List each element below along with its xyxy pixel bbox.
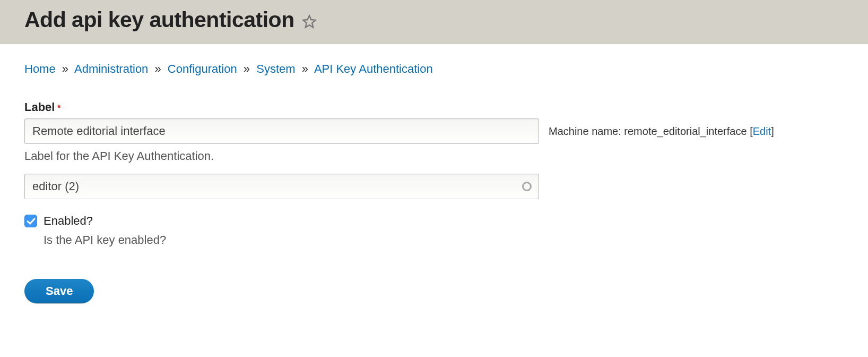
enabled-label: Enabled? (44, 214, 93, 228)
page-title: Add api key authentication (24, 7, 294, 32)
user-field-wrap (24, 174, 539, 199)
svg-marker-0 (303, 15, 315, 27)
user-autocomplete-input[interactable] (24, 174, 539, 199)
breadcrumb-administration[interactable]: Administration (74, 62, 148, 75)
breadcrumb: Home » Administration » Configuration » … (24, 62, 844, 76)
breadcrumb-api-key-authentication[interactable]: API Key Authentication (314, 62, 433, 75)
breadcrumb-separator: » (302, 62, 308, 75)
label-field-label: Label (24, 100, 55, 114)
breadcrumb-separator: » (62, 62, 68, 75)
enabled-description: Is the API key enabled? (44, 233, 844, 247)
page-title-row: Add api key authentication (24, 7, 844, 32)
label-field-description: Label for the API Key Authentication. (24, 149, 844, 163)
breadcrumb-configuration[interactable]: Configuration (168, 62, 237, 75)
breadcrumb-separator: » (244, 62, 250, 75)
breadcrumb-home[interactable]: Home (24, 62, 56, 75)
breadcrumb-system[interactable]: System (256, 62, 295, 75)
bracket-close: ] (771, 125, 774, 137)
enabled-checkbox[interactable] (24, 215, 37, 227)
machine-name-suffix: Machine name: remote_editorial_interface… (549, 125, 774, 138)
machine-name-value: remote_editorial_interface (624, 125, 747, 137)
breadcrumb-separator: » (154, 62, 161, 75)
form-item-user (24, 174, 844, 199)
save-button[interactable]: Save (24, 279, 94, 303)
form-item-label: Label * Machine name: remote_editorial_i… (24, 100, 844, 163)
enabled-checkbox-row: Enabled? (24, 214, 844, 228)
content-region: Home » Administration » Configuration » … (0, 44, 868, 321)
page-header: Add api key authentication (0, 0, 868, 44)
form-item-enabled: Enabled? Is the API key enabled? (24, 214, 844, 247)
star-icon[interactable] (302, 14, 317, 29)
machine-name-edit-link[interactable]: Edit (753, 125, 771, 137)
label-input[interactable] (24, 118, 539, 144)
label-input-row: Machine name: remote_editorial_interface… (24, 118, 844, 144)
machine-name-prefix: Machine name: (549, 125, 621, 137)
label-heading-row: Label * (24, 100, 844, 118)
required-marker: * (57, 104, 60, 113)
